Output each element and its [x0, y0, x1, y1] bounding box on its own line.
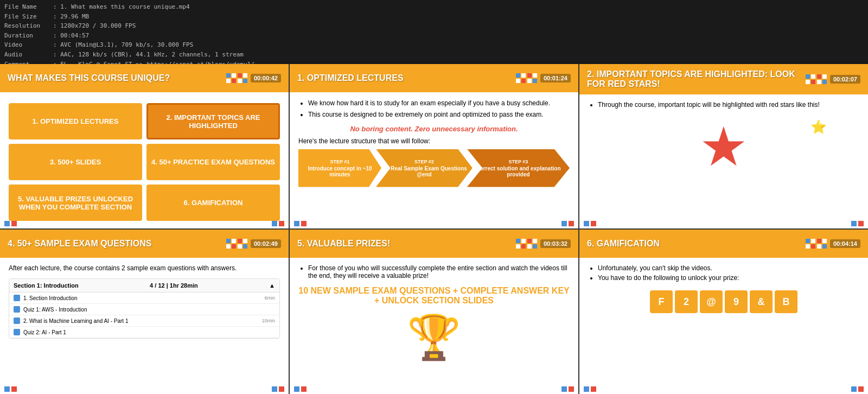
slide-4-title: 4. 50+ SAMPLE EXAM QUESTIONS — [8, 239, 226, 249]
step-3: STEP #3 Correct solution and explanation… — [467, 149, 570, 187]
slide-4: 4. 50+ SAMPLE EXAM QUESTIONS 00:02:49 Af… — [0, 230, 289, 394]
section-item-2: 2. What is Machine Learning and AI - Par… — [9, 315, 279, 327]
checkbox-2 — [14, 317, 20, 324]
step-1: STEP #1 Introduce concept in ~10 minutes — [298, 149, 381, 187]
slide-6-header: 6. GAMIFICATION 00:04:14 — [579, 230, 868, 258]
duration-value: : 00:04:57 — [53, 31, 89, 41]
item-duration-2: 10min — [261, 318, 275, 323]
slide-4-bottom-right — [272, 386, 284, 392]
slides-grid: WHAT MAKES THIS COURSE UNIQUE? 00:00:42 … — [0, 64, 868, 394]
slide-2-icons — [516, 73, 537, 83]
slide-6-bullet-1: Unfortunately, you can't skip the videos… — [598, 264, 859, 272]
topic-2: 2. IMPORTANT TOPICS ARE HIGHLIGHTED — [146, 103, 280, 139]
section-collapse-icon[interactable]: ▲ — [269, 282, 275, 289]
slide-5-title: 5. VALUABLE PRIZES! — [297, 239, 516, 249]
topics-grid: 1. OPTIMIZED LECTURES 2. IMPORTANT TOPIC… — [9, 103, 280, 221]
slide-6-body: Unfortunately, you can't skip the videos… — [579, 258, 868, 394]
slide-4-bottom-left — [4, 386, 17, 392]
filename-value: : 1. What makes this course unique.mp4 — [53, 2, 190, 12]
filename-label: File Name — [4, 2, 53, 12]
pixel-icon-3 — [516, 73, 526, 83]
topic-1: 1. OPTIMIZED LECTURES — [9, 103, 142, 139]
slide-6-bullet-2: You have to do the following to unlock y… — [598, 274, 859, 282]
slide-2: 1. OPTIMIZED LECTURES 00:01:24 We know h… — [290, 64, 578, 228]
slide-6-icons — [806, 239, 827, 249]
no-boring-text: No boring content. Zero unnecessary info… — [298, 125, 570, 133]
step-2: STEP #2 1-2 Real Sample Exam Questions @… — [376, 149, 473, 187]
structure-label: Here's the lecture structure that we wil… — [298, 137, 570, 145]
pixel-icon-7 — [226, 239, 236, 249]
item-text-2: 2. What is Machine Learning and AI - Par… — [23, 318, 258, 324]
slide-6-title: 6. GAMIFICATION — [587, 239, 806, 249]
code-key-1: 2 — [675, 290, 698, 313]
slide-2-timestamp: 00:01:24 — [540, 74, 571, 82]
slide-3-icons — [806, 74, 827, 84]
section-name: Section 1: Introduction — [14, 282, 79, 289]
slide-1-bottom-left — [4, 221, 17, 226]
step-1-desc: Introduce concept in ~10 minutes — [303, 166, 377, 177]
slide-2-bullet-2: This course is designed to be extremely … — [308, 110, 570, 119]
slide-6-bottom-left — [584, 386, 596, 392]
slide-3-bullets: Through the course, important topic will… — [588, 101, 859, 109]
item-text-1: Quiz 1: AWS - Introduction — [23, 307, 275, 313]
slide-4-intro: After each lecture, the course contains … — [9, 264, 280, 272]
section-item-3: Quiz 2: AI - Part 1 — [9, 327, 279, 338]
step-1-label: STEP #1 — [330, 159, 350, 164]
slide-5-header: 5. VALUABLE PRIZES! 00:03:32 — [290, 230, 578, 258]
slide-1-body: 1. OPTIMIZED LECTURES 2. IMPORTANT TOPIC… — [0, 92, 289, 228]
slide-2-body: We know how hard it is to study for an e… — [290, 92, 578, 228]
slide-2-title: 1. OPTIMIZED LECTURES — [297, 73, 516, 83]
resolution-label: Resolution — [4, 21, 53, 31]
slide-2-bullet-1: We know how hard it is to study for an e… — [308, 99, 570, 108]
resolution-value: : 1280x720 / 30.000 FPS — [53, 21, 136, 31]
slide-6-bottom-right — [851, 386, 864, 392]
slide-1-timestamp: 00:00:42 — [251, 74, 281, 82]
slide-5-icons — [516, 239, 537, 249]
trophy-icon: 🏆 — [407, 312, 461, 363]
slide-5-bullets: For those of you who will successfully c… — [298, 264, 570, 279]
code-keys-container: F 2 @ 9 & B — [588, 290, 859, 313]
audio-value: : AAC, 128 kb/s (CBR), 44.1 kHz, 2 chann… — [53, 50, 244, 60]
slide-1-title: WHAT MAKES THIS COURSE UNIQUE? — [8, 73, 226, 83]
red-star-icon: ★ — [699, 119, 748, 174]
slide-6-main-bullets: Unfortunately, you can't skip the videos… — [588, 264, 859, 282]
slide-3: 2. IMPORTANT TOPICS ARE HIGHLIGHTED: LOO… — [579, 64, 868, 228]
step-3-desc: Correct solution and explanation provide… — [471, 166, 565, 177]
section-item-1: Quiz 1: AWS - Introduction — [9, 304, 279, 315]
step-3-label: STEP #3 — [509, 159, 528, 164]
pixel-icon-10 — [527, 239, 537, 249]
pixel-icon-8 — [238, 239, 247, 249]
slide-5-timestamp: 00:03:32 — [540, 239, 571, 248]
pixel-icon-12 — [817, 239, 827, 249]
video-label: Video — [4, 40, 53, 50]
item-duration-0: 6min — [264, 295, 275, 301]
gold-star-icon: ⭐ — [810, 119, 827, 135]
slide-5-body: For those of you who will successfully c… — [290, 258, 578, 394]
slide-1-icons — [226, 73, 247, 83]
section-progress: 4 / 12 | 1hr 28min — [150, 282, 198, 289]
trophy-container: 🏆 — [298, 312, 570, 363]
slide-3-timestamp: 00:02:07 — [830, 75, 860, 84]
topic-5: 5. VALUABLE PRIZES UNLOCKED WHEN YOU COM… — [9, 185, 142, 221]
section-header: Section 1: Introduction 4 / 12 | 1hr 28m… — [9, 279, 279, 293]
slide-3-bottom-right — [851, 221, 864, 226]
steps-container: STEP #1 Introduce concept in ~10 minutes… — [298, 149, 570, 187]
slide-5-bottom-right — [561, 386, 574, 392]
pixel-icon-6 — [817, 74, 827, 84]
slide-6: 6. GAMIFICATION 00:04:14 Unfortunately, … — [579, 230, 868, 394]
slide-5: 5. VALUABLE PRIZES! 00:03:32 For those o… — [290, 230, 578, 394]
filesize-label: File Size — [4, 12, 53, 22]
slide-3-bottom-left — [584, 221, 596, 226]
code-key-0: F — [650, 290, 673, 313]
audio-label: Audio — [4, 50, 53, 60]
section-item-0: 1. Section Introduction 6min — [9, 293, 279, 304]
pixel-icon-5 — [806, 74, 815, 84]
code-key-4: & — [750, 290, 773, 313]
slide-2-header: 1. OPTIMIZED LECTURES 00:01:24 — [290, 64, 578, 92]
code-key-5: B — [775, 290, 797, 313]
slide-2-bullets: We know how hard it is to study for an e… — [298, 99, 570, 119]
duration-label: Duration — [4, 31, 53, 41]
slide-1-header: WHAT MAKES THIS COURSE UNIQUE? 00:00:42 — [0, 64, 289, 92]
pixel-icon-4 — [527, 73, 537, 83]
slide-5-bullet-1: For those of you who will successfully c… — [308, 264, 570, 279]
